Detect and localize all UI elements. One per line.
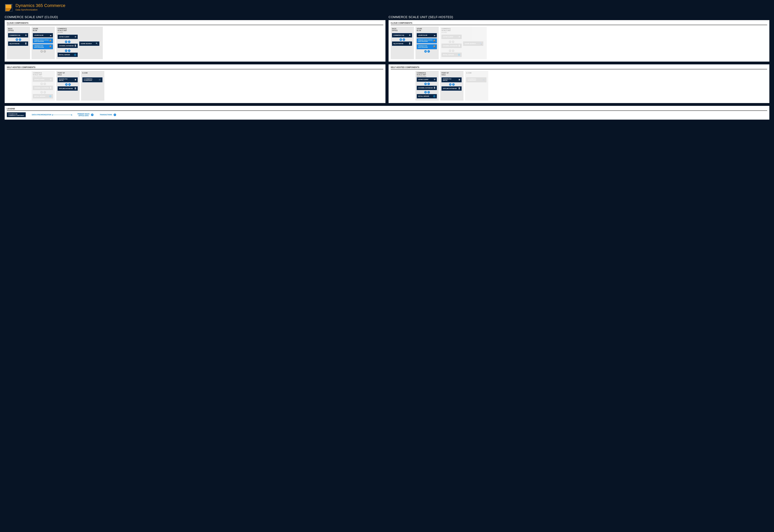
zone-azure-blob: AZURE BLOB AZURE BLOB☁ PRIMARY BACK OFFI… bbox=[416, 27, 439, 59]
component-offline-database: OFFLINE DATABASE🗄 bbox=[58, 86, 78, 91]
zone-csu-cloud: COMMERCE SCALE UNIT(CLOUD) ASYNC CLIENT⟳… bbox=[56, 27, 103, 59]
panel-legend: LEGEND DYNAMICS 365 COMMERCE COMPONENT D… bbox=[5, 106, 769, 120]
component-channel-database: CHANNEL DATABASE🗄 bbox=[58, 44, 78, 48]
component-offline-database: OFFLINE DATABASE🗄 bbox=[442, 86, 462, 91]
component-primary-package: PRIMARY BACK OFFICE DATA PACKAGE📦 bbox=[33, 38, 53, 43]
svg-marker-1 bbox=[6, 8, 11, 11]
component-modern-pos: MODERN POS (MPOS)🖥 bbox=[58, 77, 78, 82]
component-retail-server: RETAIL SERVER🌐 bbox=[58, 53, 78, 57]
component-modern-pos: MODERN POS (MPOS)🖥 bbox=[442, 77, 462, 82]
component-azure-search-faded: AZURE SEARCH🔍 bbox=[463, 41, 483, 46]
component-azure-blob: AZURE BLOB☁ bbox=[417, 33, 437, 37]
page-subtitle: Data Synchronization bbox=[15, 8, 65, 11]
component-retail-server-faded: RETAIL SERVER🌐 bbox=[33, 94, 53, 98]
badge-t-faded: T bbox=[43, 50, 46, 53]
legend-component: DYNAMICS 365 COMMERCE COMPONENT bbox=[7, 112, 26, 117]
page-title: Dynamics 365 Commerce bbox=[15, 3, 65, 8]
component-azure-search: AZURE SEARCH🔍 bbox=[79, 41, 99, 46]
component-channel-database: CHANNEL DATABASE🗄 bbox=[417, 86, 437, 90]
zone-ecom-faded: E-COM E-COMMERCE STOREFRONT🛒 bbox=[465, 71, 488, 101]
badge-t: T bbox=[19, 38, 21, 41]
zone-pos: POINT OF SALE MODERN POS (MPOS)🖥 PT OFFL… bbox=[56, 71, 80, 101]
zone-label: BACK OFFICE bbox=[8, 28, 29, 32]
zone-label: COMMERCE SCALE UNIT(CLOUD) bbox=[58, 28, 102, 32]
section-title-cloud: COMMERCE SCALE UNIT (CLOUD) bbox=[5, 15, 385, 19]
component-transaction-package: TRANSACTION DATA PACKAGE📦 bbox=[417, 44, 437, 49]
cloud-icon: ☁ bbox=[50, 34, 52, 36]
zone-label: POINT OF SALE bbox=[58, 72, 78, 76]
zone-label: E-COM bbox=[82, 72, 103, 76]
search-icon: 🔍 bbox=[96, 43, 98, 45]
zone-csu-self-faded: COMMERCE SCALE UNIT(SELF-HOSTED) ASYNC C… bbox=[32, 71, 55, 101]
component-transaction-package: TRANSACTION DATA PACKAGE📦 bbox=[33, 44, 53, 49]
badge-t: T bbox=[114, 114, 116, 116]
database-icon: 🗄 bbox=[74, 87, 76, 90]
zone-csu-self: COMMERCE SCALE UNIT(SELF-HOSTED) ASYNC C… bbox=[416, 71, 439, 101]
page-header: Dynamics 365 Commerce Data Synchronizati… bbox=[5, 3, 769, 11]
database-icon: 🗄 bbox=[25, 43, 27, 45]
zone-back-office: BACK OFFICE COMMERCE HQ⚙ PT HQ DATABASE🗄 bbox=[7, 27, 30, 59]
panel-selfhosted-components-right: SELF-HOSTED COMPONENTS COMMERCE SCALE UN… bbox=[389, 64, 769, 103]
component-commerce-hq: COMMERCE HQ⚙ bbox=[8, 33, 28, 37]
component-retail-server: RETAIL SERVER🌐 bbox=[417, 94, 437, 98]
box-icon: 📦 bbox=[49, 40, 52, 42]
zone-label: COMMERCE SCALE UNIT(SELF-HOSTED) bbox=[33, 72, 54, 76]
component-retail-server-faded: RETAIL SERVER🌐 bbox=[442, 53, 462, 57]
database-icon: 🗄 bbox=[74, 45, 76, 47]
component-azure-blob: AZURE BLOB☁ bbox=[33, 33, 53, 37]
box-icon: 📦 bbox=[49, 46, 52, 48]
legend-data-sync: DATA SYNCHRONIZATION bbox=[32, 114, 71, 116]
zone-azure-blob: AZURE BLOB AZURE BLOB☁ PRIMARY BACK OFFI… bbox=[32, 27, 55, 59]
component-async-client: ASYNC CLIENT⟳ bbox=[58, 35, 78, 39]
component-commerce-hq: COMMERCE HQ⚙ bbox=[392, 33, 412, 37]
badge-p-faded: P bbox=[40, 50, 43, 53]
zone-pos: POINT OF SALE MODERN POS (MPOS)🖥 PT OFFL… bbox=[440, 71, 464, 101]
svg-marker-0 bbox=[6, 5, 11, 8]
component-channel-database-faded: CHANNEL DATABASE🗄 bbox=[442, 44, 462, 48]
pos-icon: 🖥 bbox=[74, 79, 76, 81]
component-primary-package: PRIMARY BACK OFFICE DATA PACKAGE📦 bbox=[417, 38, 437, 43]
logo-icon bbox=[5, 4, 12, 11]
panel-title: SELF-HOSTED COMPONENTS bbox=[391, 66, 767, 69]
legend-primary: PRIMARY BACK OFFICE DATA P bbox=[78, 113, 93, 117]
panel-selfhosted-components-left: SELF-HOSTED COMPONENTS COMMERCE SCALE UN… bbox=[5, 64, 385, 103]
column-self-hosted: COMMERCE SCALE UNIT (SELF-HOSTED) CLOUD … bbox=[389, 15, 769, 106]
component-hq-database: HQ DATABASE🗄 bbox=[392, 41, 412, 46]
panel-title: CLOUD COMPONENTS bbox=[7, 22, 383, 25]
globe-icon: 🌐 bbox=[74, 54, 76, 56]
panel-title: LEGEND bbox=[7, 108, 767, 111]
component-hq-database: HQ DATABASE🗄 bbox=[8, 41, 28, 46]
component-ecommerce-storefront: E-COMMERCE STOREFRONT🛒 bbox=[82, 77, 102, 82]
panel-cloud-components-right: CLOUD COMPONENTS BACK OFFICE COMMERCE HQ… bbox=[389, 20, 769, 62]
component-channel-database-faded: CHANNEL DATABASE🗄 bbox=[33, 86, 53, 90]
component-async-client: ASYNC CLIENT⟳ bbox=[417, 77, 437, 82]
column-cloud: COMMERCE SCALE UNIT (CLOUD) CLOUD COMPON… bbox=[5, 15, 385, 106]
badge-p: P bbox=[16, 38, 18, 41]
component-ecommerce-storefront-faded: E-COMMERCE STOREFRONT🛒 bbox=[466, 77, 487, 82]
panel-title: CLOUD COMPONENTS bbox=[391, 22, 767, 25]
sync-icon: ⟳ bbox=[75, 36, 76, 38]
badge-p: P bbox=[91, 114, 93, 116]
panel-title: SELF-HOSTED COMPONENTS bbox=[7, 66, 383, 69]
zone-label: AZURE BLOB bbox=[33, 28, 54, 32]
zone-back-office: BACK OFFICE COMMERCE HQ⚙ PT HQ DATABASE🗄 bbox=[391, 27, 414, 59]
section-title-self: COMMERCE SCALE UNIT (SELF-HOSTED) bbox=[389, 15, 769, 19]
legend-transactions: TRANSACTIONS T bbox=[100, 114, 116, 116]
storefront-icon: 🛒 bbox=[99, 79, 101, 81]
component-async-client-faded: ASYNC CLIENT⟳ bbox=[442, 35, 462, 39]
component-async-client-faded: ASYNC CLIENT⟳ bbox=[33, 77, 53, 82]
panel-cloud-components-left: CLOUD COMPONENTS BACK OFFICE COMMERCE HQ… bbox=[5, 20, 385, 62]
gear-icon: ⚙ bbox=[25, 34, 27, 36]
zone-ecom: E-COM E-COMMERCE STOREFRONT🛒 bbox=[81, 71, 104, 101]
zone-csu-cloud-faded: COMMERCE SCALE UNIT(CLOUD) ASYNC CLIENT⟳… bbox=[440, 27, 487, 59]
dashed-arrow-icon bbox=[53, 115, 71, 115]
